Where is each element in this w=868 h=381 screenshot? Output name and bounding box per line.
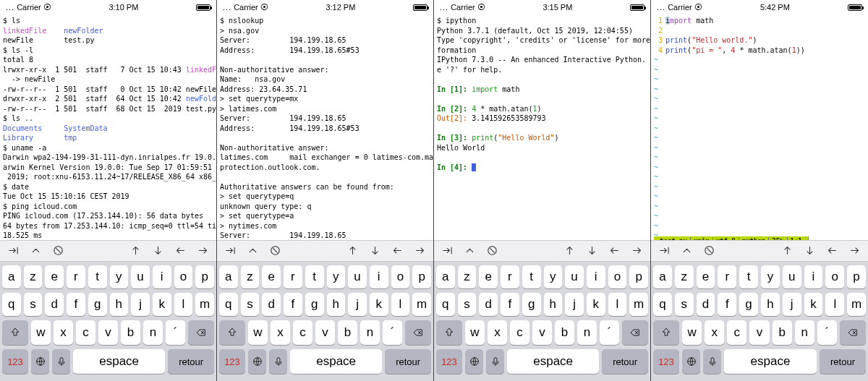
escape-icon[interactable] — [269, 244, 281, 258]
key-w[interactable]: w — [465, 320, 485, 345]
key-r[interactable]: r — [718, 265, 736, 288]
key-a[interactable]: a — [436, 265, 455, 288]
key-´[interactable]: ´ — [600, 320, 619, 345]
key-h[interactable]: h — [110, 293, 129, 316]
key-n[interactable]: n — [795, 320, 814, 345]
key-´[interactable]: ´ — [817, 320, 837, 345]
shift-key[interactable] — [219, 320, 245, 345]
tab-icon[interactable] — [441, 244, 454, 258]
key-o[interactable]: o — [825, 265, 844, 288]
key-c[interactable]: c — [76, 320, 95, 345]
key-c[interactable]: c — [293, 320, 312, 345]
arrow-left-icon[interactable] — [174, 244, 187, 258]
key-p[interactable]: p — [847, 265, 866, 288]
key-k[interactable]: k — [370, 293, 388, 316]
key-f[interactable]: f — [284, 293, 302, 316]
backspace-key[interactable] — [622, 320, 648, 345]
terminal-output[interactable]: $ ipythonPython 3.7.1 (default, Oct 15 2… — [434, 13, 650, 240]
key-j[interactable]: j — [348, 293, 367, 316]
key-e[interactable]: e — [262, 265, 281, 288]
key-v[interactable]: v — [315, 320, 335, 345]
key-o[interactable]: o — [174, 265, 193, 288]
key-f[interactable]: f — [67, 293, 85, 316]
key-k[interactable]: k — [153, 293, 171, 316]
key-a[interactable]: a — [219, 265, 238, 288]
key-q[interactable]: q — [219, 293, 238, 316]
key-m[interactable]: m — [195, 293, 214, 316]
key-f[interactable]: f — [501, 293, 519, 316]
key-d[interactable]: d — [479, 293, 498, 316]
arrow-right-icon[interactable] — [848, 244, 861, 258]
globe-key[interactable] — [248, 349, 266, 374]
key-c[interactable]: c — [727, 320, 746, 345]
key-e[interactable]: e — [45, 265, 64, 288]
numbers-key[interactable]: 123 — [219, 349, 245, 374]
key-t[interactable]: t — [522, 265, 541, 288]
key-u[interactable]: u — [131, 265, 150, 288]
key-t[interactable]: t — [305, 265, 324, 288]
key-´[interactable]: ´ — [166, 320, 185, 345]
spacebar[interactable]: espace — [290, 349, 382, 374]
key-u[interactable]: u — [565, 265, 584, 288]
key-w[interactable]: w — [31, 320, 51, 345]
key-p[interactable]: p — [412, 265, 431, 288]
key-x[interactable]: x — [54, 320, 73, 345]
key-l[interactable]: l — [174, 293, 193, 316]
key-f[interactable]: f — [718, 293, 736, 316]
key-i[interactable]: i — [153, 265, 171, 288]
key-i[interactable]: i — [804, 265, 823, 288]
arrow-right-icon[interactable] — [631, 244, 643, 258]
key-l[interactable]: l — [825, 293, 844, 316]
spacebar[interactable]: espace — [724, 349, 817, 374]
key-h[interactable]: h — [544, 293, 563, 316]
key-s[interactable]: s — [675, 293, 694, 316]
terminal-output[interactable]: $ lslinkedFile newFoldernewFile test.py$… — [0, 13, 216, 240]
backspace-key[interactable] — [405, 320, 431, 345]
key-c[interactable]: c — [510, 320, 529, 345]
escape-icon[interactable] — [703, 244, 715, 258]
key-r[interactable]: r — [67, 265, 85, 288]
key-s[interactable]: s — [24, 293, 43, 316]
arrow-down-icon[interactable] — [586, 244, 598, 258]
key-r[interactable]: r — [284, 265, 302, 288]
arrow-up-icon[interactable] — [563, 244, 576, 258]
arrow-up-icon[interactable] — [781, 244, 793, 258]
key-z[interactable]: z — [241, 265, 260, 288]
key-x[interactable]: x — [271, 320, 290, 345]
shift-key[interactable] — [653, 320, 679, 345]
backspace-key[interactable] — [188, 320, 214, 345]
key-s[interactable]: s — [458, 293, 477, 316]
key-z[interactable]: z — [24, 265, 43, 288]
key-q[interactable]: q — [653, 293, 672, 316]
key-x[interactable]: x — [488, 320, 507, 345]
backspace-key[interactable] — [840, 320, 866, 345]
key-n[interactable]: n — [577, 320, 597, 345]
control-icon[interactable] — [681, 244, 693, 258]
key-w[interactable]: w — [248, 320, 268, 345]
arrow-down-icon[interactable] — [369, 244, 381, 258]
key-n[interactable]: n — [360, 320, 380, 345]
control-icon[interactable] — [247, 244, 259, 258]
arrow-right-icon[interactable] — [197, 244, 209, 258]
shift-key[interactable] — [436, 320, 462, 345]
mic-key[interactable] — [52, 349, 70, 374]
key-r[interactable]: r — [501, 265, 519, 288]
key-w[interactable]: w — [682, 320, 702, 345]
key-g[interactable]: g — [522, 293, 541, 316]
key-d[interactable]: d — [45, 293, 64, 316]
key-g[interactable]: g — [739, 293, 758, 316]
arrow-left-icon[interactable] — [391, 244, 404, 258]
arrow-left-icon[interactable] — [608, 244, 621, 258]
numbers-key[interactable]: 123 — [653, 349, 679, 374]
key-v[interactable]: v — [532, 320, 552, 345]
key-g[interactable]: g — [305, 293, 324, 316]
arrow-down-icon[interactable] — [152, 244, 164, 258]
key-v[interactable]: v — [749, 320, 769, 345]
mic-key[interactable] — [269, 349, 287, 374]
key-q[interactable]: q — [2, 293, 21, 316]
numbers-key[interactable]: 123 — [436, 349, 462, 374]
key-d[interactable]: d — [697, 293, 715, 316]
key-k[interactable]: k — [804, 293, 823, 316]
key-y[interactable]: y — [327, 265, 346, 288]
key-y[interactable]: y — [110, 265, 129, 288]
